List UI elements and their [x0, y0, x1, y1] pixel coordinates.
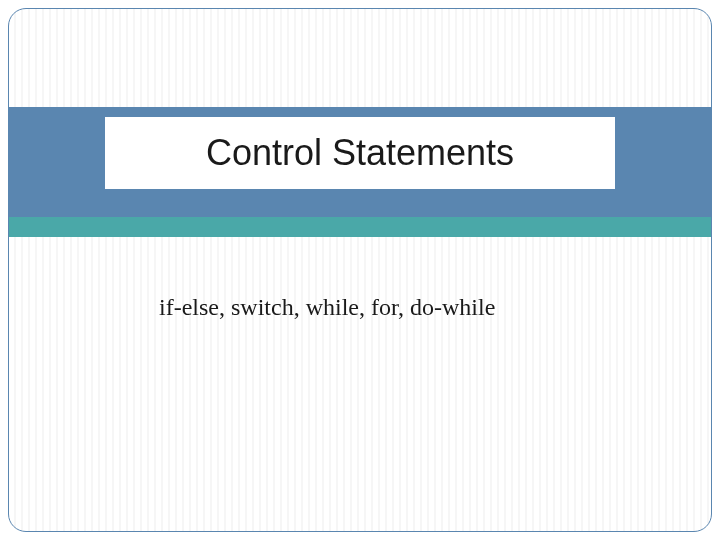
slide-subtitle: if-else, switch, while, for, do-while — [159, 294, 495, 321]
title-inner: Control Statements — [105, 117, 615, 189]
accent-band — [9, 217, 711, 237]
title-band: Control Statements — [9, 107, 711, 217]
slide-title: Control Statements — [206, 132, 514, 174]
slide-frame: Control Statements if-else, switch, whil… — [8, 8, 712, 532]
